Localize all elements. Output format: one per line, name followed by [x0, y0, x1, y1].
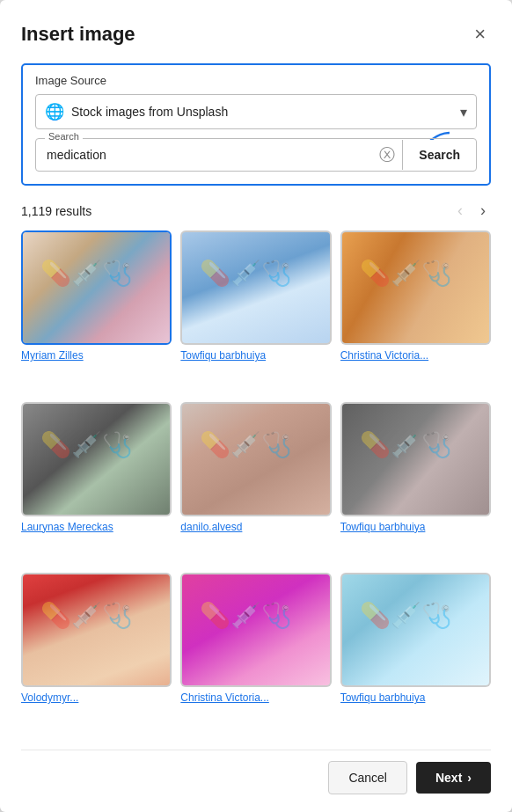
- globe-icon: 🌐: [45, 102, 64, 121]
- image-thumb-inner: [342, 232, 489, 343]
- image-thumbnail: [21, 230, 172, 345]
- search-field-label: Search: [45, 131, 83, 142]
- next-chevron-icon: ›: [467, 771, 472, 785]
- image-author-link[interactable]: Volodymyr...: [21, 691, 172, 704]
- dialog-footer: Cancel Next ›: [21, 750, 491, 794]
- image-author-link[interactable]: Towfiqu barbhuiya: [180, 349, 331, 362]
- cancel-button[interactable]: Cancel: [328, 761, 407, 794]
- image-thumb-inner: [182, 232, 329, 343]
- image-author-link[interactable]: Christina Victoria...: [340, 349, 491, 362]
- source-select-text: Stock images from Unsplash: [71, 105, 460, 119]
- image-source-label: Image Source: [35, 74, 477, 87]
- image-thumb-inner: [342, 574, 489, 685]
- image-author-link[interactable]: Christina Victoria...: [180, 691, 331, 704]
- image-item[interactable]: Towfiqu barbhuiya: [340, 402, 491, 565]
- clear-search-button[interactable]: ⓧ: [372, 147, 402, 163]
- image-author-link[interactable]: Towfiqu barbhuiya: [340, 691, 491, 704]
- image-item[interactable]: Christina Victoria...: [340, 230, 491, 393]
- prev-page-button[interactable]: ‹: [452, 200, 468, 222]
- insert-image-dialog: Insert image × Image Source 🌐 Stock imag…: [0, 0, 512, 812]
- image-item[interactable]: Myriam Zilles: [21, 230, 172, 393]
- image-thumbnail: [21, 402, 172, 516]
- image-thumb-inner: [23, 404, 170, 515]
- image-thumb-inner: [182, 574, 329, 685]
- image-item[interactable]: Towfiqu barbhuiya: [340, 573, 491, 735]
- results-count: 1,119 results: [21, 204, 91, 218]
- image-thumbnail: [340, 402, 491, 516]
- image-thumb-inner: [23, 574, 170, 685]
- search-row: ⓧ Search: [36, 139, 476, 171]
- image-grid: Myriam ZillesTowfiqu barbhuiyaChristina …: [21, 230, 491, 735]
- image-source-box: Image Source 🌐 Stock images from Unsplas…: [21, 63, 491, 186]
- dialog-header: Insert image ×: [21, 21, 491, 48]
- image-thumbnail: [180, 230, 331, 345]
- image-item[interactable]: danilo.alvesd: [180, 402, 331, 565]
- image-thumb-inner: [23, 232, 170, 343]
- image-thumb-inner: [182, 404, 329, 515]
- search-button[interactable]: Search: [402, 140, 476, 170]
- chevron-down-icon: ▾: [460, 104, 467, 121]
- pagination-arrows: ‹ ›: [452, 200, 491, 222]
- dialog-title: Insert image: [21, 23, 135, 46]
- source-select-dropdown[interactable]: 🌐 Stock images from Unsplash ▾: [35, 94, 477, 129]
- search-field-wrapper: Search ⓧ Search: [35, 138, 477, 172]
- image-item[interactable]: Christina Victoria...: [180, 573, 331, 735]
- image-item[interactable]: Laurynas Mereckas: [21, 402, 172, 565]
- next-page-button[interactable]: ›: [475, 200, 491, 222]
- image-thumbnail: [180, 573, 331, 687]
- results-bar: 1,119 results ‹ ›: [21, 200, 491, 222]
- image-thumbnail: [340, 573, 491, 687]
- close-button[interactable]: ×: [469, 21, 491, 48]
- image-thumbnail: [21, 573, 172, 687]
- image-thumbnail: [180, 402, 331, 516]
- image-item[interactable]: Volodymyr...: [21, 573, 172, 735]
- image-author-link[interactable]: Laurynas Mereckas: [21, 521, 172, 533]
- next-button-label: Next: [435, 771, 462, 785]
- image-author-link[interactable]: danilo.alvesd: [180, 521, 331, 533]
- next-button[interactable]: Next ›: [416, 762, 491, 794]
- image-author-link[interactable]: Towfiqu barbhuiya: [340, 521, 491, 533]
- image-thumbnail: [340, 230, 491, 345]
- search-input[interactable]: [36, 139, 372, 171]
- image-thumb-inner: [342, 404, 489, 515]
- image-author-link[interactable]: Myriam Zilles: [21, 349, 172, 362]
- image-item[interactable]: Towfiqu barbhuiya: [180, 230, 331, 393]
